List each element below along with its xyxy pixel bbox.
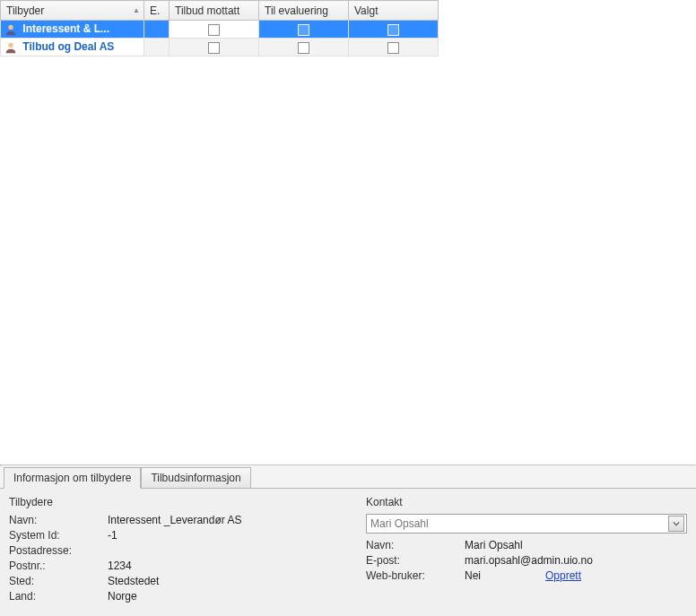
kontakt-group: Kontakt Mari Opsahl Navn: Mari Opsahl E-… [366, 496, 687, 605]
col-tilbyder[interactable]: Tilbyder ▲ [1, 1, 144, 21]
tab-info-tilbydere[interactable]: Informasjon om tilbydere [4, 467, 141, 489]
bidders-table[interactable]: Tilbyder ▲ E. Tilbud mottatt Til evaluer… [0, 0, 439, 56]
kontakt-combo-value: Mari Opsahl [370, 517, 429, 530]
svg-point-0 [8, 25, 13, 30]
col-tilbyder-label: Tilbyder [6, 4, 44, 17]
kontakt-epost-value: mari.opsahl@admin.uio.no [465, 554, 593, 567]
col-til-evaluering[interactable]: Til evaluering [259, 1, 349, 21]
sted-label: Sted: [9, 575, 108, 587]
table-row[interactable]: Tilbud og Deal AS [1, 39, 439, 56]
checkbox-tilbud-mottatt[interactable] [208, 24, 220, 36]
col-valgt[interactable]: Valgt [349, 1, 439, 21]
postnr-label: Postnr.: [9, 560, 108, 572]
land-label: Land: [9, 590, 108, 603]
opprett-link[interactable]: Opprett [545, 569, 581, 582]
kontakt-epost-label: E-post: [366, 554, 465, 567]
checkbox-til-evaluering[interactable] [298, 42, 309, 54]
svg-point-1 [8, 43, 13, 48]
sted-value: Stedstedet [108, 575, 159, 587]
kontakt-navn-label: Navn: [366, 539, 465, 551]
postadresse-label: Postadresse: [9, 544, 108, 557]
col-tilbud-mottatt[interactable]: Tilbud mottatt [170, 1, 259, 21]
kontakt-group-label: Kontakt [366, 496, 687, 508]
checkbox-tilbud-mottatt[interactable] [208, 42, 220, 54]
sort-asc-icon: ▲ [133, 6, 140, 14]
kontakt-combo[interactable]: Mari Opsahl [366, 514, 687, 534]
person-icon [4, 41, 17, 54]
col-tilbud-mottatt-label: Tilbud mottatt [175, 4, 239, 17]
empty-area [0, 56, 696, 464]
land-value: Norge [108, 590, 137, 603]
tab-strip: Informasjon om tilbydereTilbudsinformasj… [0, 466, 696, 489]
tilbydere-group-label: Tilbydere [9, 496, 330, 508]
tab-tilbudsinformasjon[interactable]: Tilbudsinformasjon [141, 467, 250, 488]
person-icon [4, 23, 17, 36]
col-til-evaluering-label: Til evaluering [265, 4, 328, 17]
kontakt-navn-value: Mari Opsahl [465, 539, 523, 551]
postnr-value: 1234 [108, 560, 132, 572]
checkbox-valgt[interactable] [387, 42, 399, 54]
chevron-down-icon [668, 516, 684, 532]
col-e[interactable]: E. [144, 1, 170, 21]
tilbydere-group: Tilbydere Navn: Interessent _Leverandør … [9, 496, 330, 605]
checkbox-til-evaluering[interactable] [298, 24, 309, 36]
col-valgt-label: Valgt [354, 4, 378, 17]
table-row[interactable]: Interessent & L... [1, 21, 439, 39]
kontakt-webbruker-label: Web-bruker: [366, 569, 465, 582]
systemid-value: -1 [108, 529, 117, 542]
checkbox-valgt[interactable] [387, 24, 399, 36]
bidder-link[interactable]: Interessent & L... [22, 22, 109, 35]
detail-panel: Tilbydere Navn: Interessent _Leverandør … [0, 489, 696, 616]
bidder-link[interactable]: Tilbud og Deal AS [22, 40, 114, 53]
col-e-label: E. [150, 4, 160, 17]
navn-value: Interessent _Leverandør AS [108, 514, 241, 526]
kontakt-webbruker-value: Nei [465, 569, 545, 582]
systemid-label: System Id: [9, 529, 108, 542]
bidders-table-area: Tilbyder ▲ E. Tilbud mottatt Til evaluer… [0, 0, 696, 56]
navn-label: Navn: [9, 514, 108, 526]
